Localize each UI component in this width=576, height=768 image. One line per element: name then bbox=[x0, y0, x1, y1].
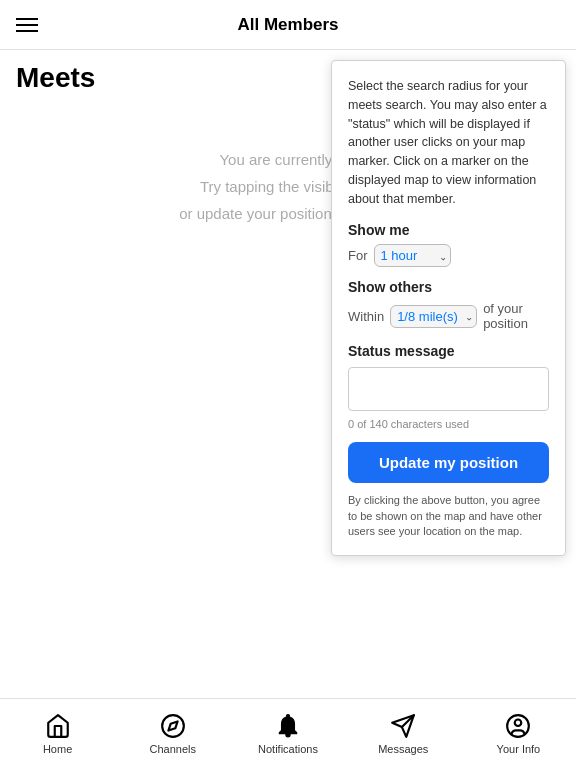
for-select-wrapper: 1 hour 2 hours 4 hours 8 hours 24 hours bbox=[374, 244, 451, 267]
show-others-row: Within 1/8 mile(s) 1/4 mile(s) 1/2 mile(… bbox=[348, 301, 549, 331]
update-position-button[interactable]: Update my position bbox=[348, 442, 549, 483]
show-me-row: For 1 hour 2 hours 4 hours 8 hours 24 ho… bbox=[348, 244, 549, 267]
of-position-label: of your position bbox=[483, 301, 549, 331]
within-label: Within bbox=[348, 309, 384, 324]
nav-label-home: Home bbox=[43, 743, 72, 755]
home-icon bbox=[45, 713, 71, 739]
show-me-title: Show me bbox=[348, 222, 549, 238]
status-section: Status message 0 of 140 characters used bbox=[348, 343, 549, 430]
for-label: For bbox=[348, 248, 368, 263]
svg-point-4 bbox=[162, 715, 184, 737]
nav-item-channels[interactable]: Channels bbox=[115, 713, 230, 755]
within-select[interactable]: 1/8 mile(s) 1/4 mile(s) 1/2 mile(s) 1 mi… bbox=[390, 305, 477, 328]
status-input[interactable] bbox=[348, 367, 549, 411]
within-select-wrapper: 1/8 mile(s) 1/4 mile(s) 1/2 mile(s) 1 mi… bbox=[390, 305, 477, 328]
header: All Members bbox=[0, 0, 576, 50]
panel-disclaimer: By clicking the above button, you agree … bbox=[348, 493, 549, 539]
bottom-nav: Home Channels Notifications Messages You… bbox=[0, 698, 576, 768]
nav-label-channels: Channels bbox=[150, 743, 196, 755]
menu-button[interactable] bbox=[16, 18, 38, 32]
page-title: Meets bbox=[16, 62, 95, 94]
main-content: Meets ? You are currently hid Try tappin… bbox=[0, 50, 576, 698]
person-circle-icon bbox=[505, 713, 531, 739]
bell-icon bbox=[275, 713, 301, 739]
nav-label-messages: Messages bbox=[378, 743, 428, 755]
show-others-title: Show others bbox=[348, 279, 549, 295]
nav-item-your-info[interactable]: Your Info bbox=[461, 713, 576, 755]
nav-item-messages[interactable]: Messages bbox=[346, 713, 461, 755]
nav-label-your-info: Your Info bbox=[497, 743, 541, 755]
svg-marker-5 bbox=[168, 721, 177, 730]
nav-item-home[interactable]: Home bbox=[0, 713, 115, 755]
send-icon bbox=[390, 713, 416, 739]
header-title: All Members bbox=[237, 15, 338, 35]
settings-panel: Select the search radius for your meets … bbox=[331, 60, 566, 556]
for-select[interactable]: 1 hour 2 hours 4 hours 8 hours 24 hours bbox=[374, 244, 451, 267]
status-title: Status message bbox=[348, 343, 549, 359]
svg-point-9 bbox=[515, 719, 522, 726]
nav-label-notifications: Notifications bbox=[258, 743, 318, 755]
char-count: 0 of 140 characters used bbox=[348, 418, 549, 430]
nav-item-notifications[interactable]: Notifications bbox=[230, 713, 345, 755]
compass-icon bbox=[160, 713, 186, 739]
panel-description: Select the search radius for your meets … bbox=[348, 77, 549, 208]
